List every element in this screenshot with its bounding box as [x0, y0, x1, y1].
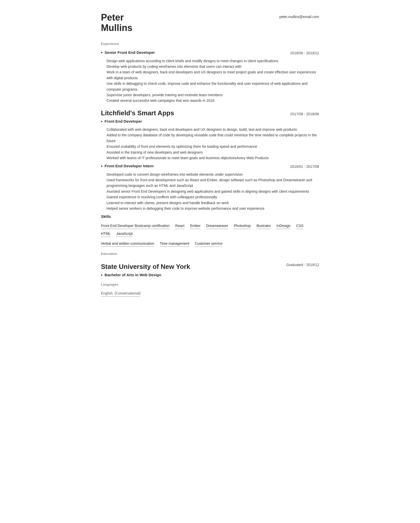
first-name: Peter	[101, 12, 124, 23]
job-bullet-3-3: Gained experience in resolving conflicts…	[107, 194, 319, 200]
degree-bullet: •	[101, 272, 102, 278]
skills-label: Skills	[101, 214, 319, 220]
job-bullet-3-4: Learned to interact with clients, presen…	[107, 200, 319, 206]
job-bullet-1-1: Develop web products by coding wireframe…	[107, 64, 319, 69]
job-title-row-1: • Senior Front End Developer	[101, 50, 155, 56]
skill-7: CSS	[296, 223, 304, 229]
name-block: Peter Mullins	[101, 12, 132, 33]
skill-4: Photoshop	[234, 223, 251, 229]
company-row-2: Litchfield's Smart Apps 2017/08 - 2018/0…	[101, 106, 319, 119]
skills-row-2: Verbal and written communication Time ma…	[101, 241, 319, 249]
skills-row-1: Front End Developer Bootcamp certificati…	[101, 223, 319, 239]
job-title-1: Senior Front End Developer	[104, 50, 155, 56]
skill-6: InDesign	[276, 223, 290, 229]
email-address: peter.mullins@email.com	[279, 14, 319, 20]
skill-8: HTML	[101, 231, 111, 237]
full-name: Peter Mullins	[101, 12, 132, 33]
job-bullet-3-0: Developed code to convert design wirefra…	[107, 172, 319, 177]
job-bullet-1-4: Supervise junior developers, provide tra…	[107, 92, 319, 98]
job-bullet-3-1: Used frameworks for front end developmen…	[107, 177, 319, 189]
job-desc-3: Developed code to convert design wirefra…	[101, 172, 319, 211]
languages-label: Languages	[101, 282, 319, 287]
job-dates-1: 2018/06 - 2019/12	[290, 51, 319, 56]
job-bullet-1-5: Created several successful web campaigns…	[107, 98, 319, 103]
skills-section: Skills Front End Developer Bootcamp cert…	[101, 214, 319, 249]
edu-header: State University of New York Graduated -…	[101, 260, 319, 272]
job-block-2: • Front End Developer Collaborated with …	[101, 119, 319, 161]
bullet-3: •	[101, 163, 102, 169]
job-bullet-1-3: Use skills in debugging to check code, i…	[107, 81, 319, 92]
language-level-0: (Conversational)	[115, 291, 141, 295]
degree-row: • Bachelor of Arts in Web Design	[101, 272, 319, 278]
experience-label: Experience	[101, 41, 319, 46]
company-name-2: Litchfield's Smart Apps	[101, 108, 174, 118]
company-dates-2: 2017/08 - 2018/06	[290, 111, 319, 117]
language-list: English (Conversational)	[101, 290, 319, 297]
skill-1: React	[175, 223, 185, 229]
experience-section: Experience • Senior Front End Developer …	[101, 41, 319, 249]
job-desc-2: Collaborated with web designers, back en…	[101, 127, 319, 161]
job-title-2: Front End Developer	[104, 119, 142, 124]
job-bullet-2-3: Assisted in the training of new develope…	[107, 150, 319, 155]
job-bullet-3-2: Assisted senior Front End Developers in …	[107, 189, 319, 194]
job-title-row-3: • Front End Developer Intern	[101, 163, 154, 169]
skill-12: Customer service	[195, 241, 222, 247]
language-name-0: English	[101, 291, 113, 295]
education-section: Education State University of New York G…	[101, 251, 319, 297]
edu-dates: Graduated - 2019/12	[286, 262, 319, 268]
bullet-2: •	[101, 119, 102, 125]
resume-page: Peter Mullins peter.mullins@email.com Ex…	[86, 0, 334, 312]
university-name: State University of New York	[101, 262, 190, 272]
skill-3: Dreamweaver	[206, 223, 228, 229]
job-bullet-1-2: Work in a team of web designers, back en…	[107, 69, 319, 81]
education-label: Education	[101, 251, 319, 256]
bullet-1: •	[101, 50, 102, 56]
last-name: Mullins	[101, 23, 132, 33]
job-bullet-2-1: Added to the company database of code by…	[107, 132, 319, 144]
skill-10: Verbal and written communication	[101, 241, 154, 247]
degree-title: Bachelor of Arts in Web Design	[104, 272, 161, 278]
job-bullet-1-0: Design web applications according to cli…	[107, 58, 319, 64]
header: Peter Mullins peter.mullins@email.com	[101, 12, 319, 33]
skill-0: Front End Developer Bootcamp certificati…	[101, 223, 170, 229]
job-title-3: Front End Developer Intern	[104, 163, 153, 169]
job-dates-3: 2016/01 - 2017/08	[290, 164, 319, 169]
job-bullet-3-5: Helped senior workers in debugging their…	[107, 206, 319, 211]
skill-11: Time management	[160, 241, 189, 247]
job-bullet-2-4: Worked with teams of IT professionals to…	[107, 155, 319, 161]
job-title-row-2: • Front End Developer	[101, 119, 319, 125]
skill-9: JavaScript	[116, 231, 133, 237]
job-bullet-2-0: Collaborated with web designers, back en…	[107, 127, 319, 132]
language-0: English (Conversational)	[101, 291, 141, 297]
job-block-1: • Senior Front End Developer 2018/06 - 2…	[101, 50, 319, 103]
job-header-1: • Senior Front End Developer 2018/06 - 2…	[101, 50, 319, 56]
job-header-3: • Front End Developer Intern 2016/01 - 2…	[101, 163, 319, 169]
skill-2: Ember	[190, 223, 200, 229]
job-bullet-2-2: Ensured scalability of front end element…	[107, 144, 319, 149]
skill-5: Illustrator	[256, 223, 271, 229]
job-desc-1: Design web applications according to cli…	[101, 58, 319, 104]
job-block-3: • Front End Developer Intern 2016/01 - 2…	[101, 163, 319, 211]
